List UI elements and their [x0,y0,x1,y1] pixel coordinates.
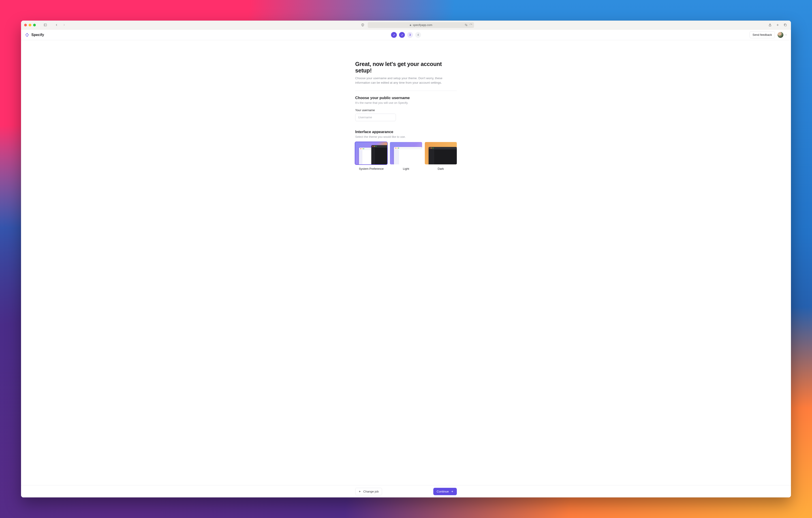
theme-label: Dark [438,167,444,171]
theme-options: System Preference Light [355,142,457,171]
back-button[interactable] [54,22,59,28]
close-window-button[interactable] [24,24,27,26]
arrow-left-icon [358,490,361,493]
url-text: specifyapp.com [413,24,432,27]
svg-rect-8 [784,24,786,26]
send-feedback-button[interactable]: Send feedback [750,31,775,38]
theme-option-dark[interactable]: Dark [425,142,457,171]
appearance-section: Interface appearance Select the theme yo… [355,130,457,171]
theme-preview [355,142,387,164]
forward-button[interactable] [61,22,67,28]
brand-name: Specify [31,33,44,37]
address-bar[interactable]: specifyapp.com [368,22,474,28]
check-icon [401,34,403,36]
app-footer: Change job Continue [21,485,791,497]
minimize-window-button[interactable] [29,24,31,26]
progress-stepper: 3 4 [391,32,421,38]
svg-rect-0 [44,24,46,26]
maximize-window-button[interactable] [33,24,36,26]
specify-logo-icon [25,32,30,37]
shield-icon[interactable] [360,22,366,28]
reload-icon[interactable] [469,24,472,26]
section-heading: Interface appearance [355,130,457,134]
chevron-down-icon [785,34,787,36]
new-tab-icon[interactable] [775,22,780,28]
app-header: Specify 3 4 Send feedback [21,30,791,40]
share-icon[interactable] [767,22,773,28]
sidebar-toggle-icon[interactable] [42,22,48,28]
arrow-right-icon [451,490,454,493]
username-label: Your username [355,109,457,112]
window-controls [24,24,36,26]
safari-toolbar: specifyapp.com [21,21,791,30]
step-4[interactable]: 4 [415,32,421,38]
translate-icon[interactable] [465,24,468,26]
brand[interactable]: Specify [25,32,44,37]
avatar [778,32,783,38]
theme-label: Light [403,167,409,171]
username-input[interactable] [355,114,396,121]
theme-preview [390,142,422,164]
theme-label: System Preference [359,167,384,171]
user-menu[interactable] [778,32,787,38]
continue-label: Continue [437,490,449,493]
theme-option-light[interactable]: Light [390,142,422,171]
setup-content: Great, now let's get your account setup!… [21,40,791,485]
back-label: Change job [363,490,379,493]
section-heading: Choose your public username [355,96,457,100]
tabs-overview-icon[interactable] [782,22,788,28]
continue-button[interactable]: Continue [433,488,457,495]
step-3[interactable]: 3 [407,32,413,38]
step-1[interactable] [391,32,397,38]
page-subtitle: Choose your username and setup your them… [355,76,457,85]
section-subheading: It's the name that you will use on Speci… [355,101,457,104]
username-section: Choose your public username It's the nam… [355,96,457,121]
section-subheading: Select the theme you would like to use. [355,135,457,139]
theme-option-system[interactable]: System Preference [355,142,387,171]
step-2[interactable] [399,32,405,38]
back-button[interactable]: Change job [355,488,382,495]
lock-icon [409,24,412,26]
page-title: Great, now let's get your account setup! [355,61,457,74]
check-icon [393,34,395,36]
safari-window: specifyapp.com [21,21,791,497]
theme-preview [425,142,457,164]
specify-app: Specify 3 4 Send feedback [21,30,791,497]
